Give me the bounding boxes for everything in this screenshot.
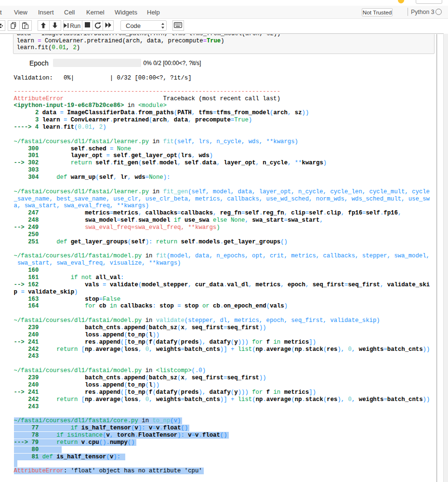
svg-text:Run: Run [70, 23, 80, 29]
svg-text:Code: Code [126, 22, 141, 29]
